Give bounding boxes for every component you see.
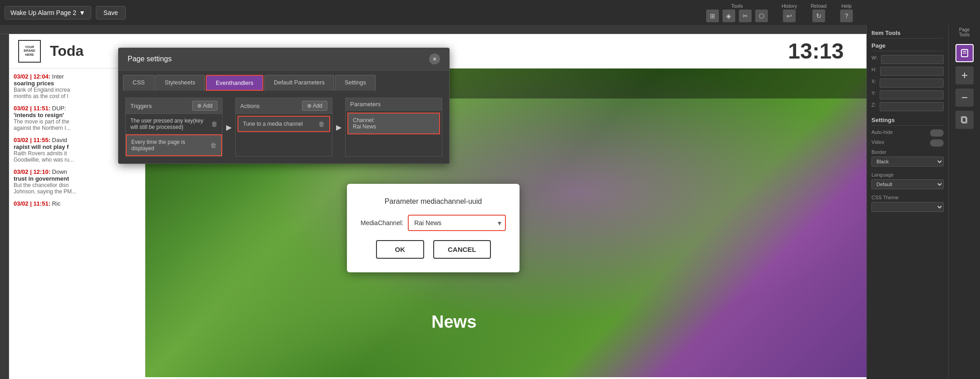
border-label: Border bbox=[871, 149, 944, 155]
reload-group: Reload ↻ bbox=[811, 3, 827, 22]
event-grid: Triggers ⊕ Add The user pressed any key(… bbox=[125, 98, 442, 157]
trigger-item-keypress[interactable]: The user pressed any key(key will still … bbox=[126, 114, 222, 134]
minus-button[interactable] bbox=[955, 89, 974, 107]
news-body: But the chancellor disnJohnson, saying t… bbox=[14, 182, 140, 195]
z-label: Z: bbox=[871, 102, 876, 109]
help-group: Help ? bbox=[840, 3, 853, 22]
media-channel-select[interactable]: Rai News BBC News CNN Al Jazeera bbox=[408, 215, 506, 231]
stack-icon[interactable]: ⬡ bbox=[755, 10, 768, 22]
news-item: 03/02 | 11:51: Ric bbox=[14, 200, 140, 207]
news-item: 03/02 | 12:10: Down trust in government … bbox=[14, 168, 140, 195]
trigger-keypress-delete[interactable]: 🗑 bbox=[211, 120, 218, 128]
dropdown-arrow-icon: ▼ bbox=[79, 9, 85, 16]
video-toggle[interactable] bbox=[930, 139, 944, 147]
param-mediachannel-dialog: Parameter mediachannel-uuid MediaChannel… bbox=[347, 184, 520, 272]
tools-group: Tools ⊞ ◈ ✂ ⬡ bbox=[706, 3, 768, 22]
news-title: trust in government bbox=[14, 175, 140, 182]
auto-hide-toggle[interactable] bbox=[930, 129, 944, 137]
actions-column: Actions ⊕ Add Tune to a media channel 🗑 bbox=[235, 98, 332, 157]
tab-css[interactable]: CSS bbox=[123, 75, 154, 91]
tab-stylesheets[interactable]: Stylesheets bbox=[155, 75, 205, 91]
copy-button[interactable] bbox=[955, 111, 974, 129]
reload-icon[interactable]: ↻ bbox=[812, 10, 825, 22]
triggers-column: Triggers ⊕ Add The user pressed any key(… bbox=[125, 98, 223, 157]
help-icon[interactable]: ? bbox=[840, 10, 853, 22]
page-settings-dialog: Page settings × CSS Stylesheets Eventhan… bbox=[118, 48, 450, 164]
y-input[interactable] bbox=[880, 90, 944, 99]
ruler-horizontal bbox=[0, 25, 866, 34]
language-label: Language bbox=[871, 172, 944, 177]
action-item-tune-media[interactable]: Tune to a media channel 🗑 bbox=[238, 116, 330, 132]
y-row: Y: bbox=[871, 90, 944, 99]
tab-settings[interactable]: Settings bbox=[335, 75, 376, 91]
language-select[interactable]: Default bbox=[871, 179, 944, 189]
x-row: X: bbox=[871, 79, 944, 88]
minus-icon bbox=[960, 93, 969, 102]
trigger-page-displayed-text: Every time the page is displayed bbox=[131, 139, 207, 152]
css-theme-select[interactable] bbox=[871, 202, 944, 212]
dialog-close-button[interactable]: × bbox=[429, 54, 440, 64]
actions-add-button[interactable]: ⊕ Add bbox=[302, 101, 327, 111]
add-element-icon bbox=[960, 71, 969, 80]
save-button[interactable]: Save bbox=[96, 6, 126, 20]
page-title-label: Wake Up Alarm Page 2 bbox=[10, 9, 76, 16]
css-theme-label: CSS Theme bbox=[871, 195, 944, 200]
x-input[interactable] bbox=[880, 79, 944, 88]
help-label: Help bbox=[841, 3, 852, 9]
tab-eventhandlers[interactable]: Eventhandlers bbox=[206, 75, 263, 91]
param-cancel-button[interactable]: CANCEL bbox=[433, 240, 491, 259]
copy-icon bbox=[960, 115, 969, 124]
width-input[interactable] bbox=[881, 55, 944, 64]
param-item-channel[interactable]: Channel:Rai News bbox=[347, 113, 440, 134]
page-section-title: Page bbox=[871, 42, 944, 51]
triggers-add-button[interactable]: ⊕ Add bbox=[192, 101, 218, 111]
tools-icons: ⊞ ◈ ✂ ⬡ bbox=[706, 10, 768, 22]
item-tools-section-title: Item Tools bbox=[871, 30, 944, 39]
triggers-header: Triggers ⊕ Add bbox=[126, 98, 222, 114]
scissors-icon[interactable]: ✂ bbox=[739, 10, 752, 22]
border-select[interactable]: Black bbox=[871, 157, 944, 167]
height-row: H: bbox=[871, 67, 944, 76]
param-dialog-title: Parameter mediachannel-uuid bbox=[361, 197, 506, 206]
add-element-button[interactable] bbox=[955, 66, 974, 84]
media-channel-label: MediaChannel: bbox=[361, 219, 403, 226]
actions-header: Actions ⊕ Add bbox=[236, 98, 332, 114]
parameters-column: Parameters Channel:Rai News bbox=[345, 98, 442, 157]
grid-icon[interactable]: ⊞ bbox=[706, 10, 719, 22]
param-dialog-row: MediaChannel: Rai News BBC News CNN Al J… bbox=[361, 215, 506, 231]
auto-hide-row: Auto-hide bbox=[871, 129, 944, 137]
param-ok-button[interactable]: OK bbox=[376, 240, 425, 259]
right-sidebar: PageTools bbox=[948, 0, 980, 379]
z-row: Z: bbox=[871, 102, 944, 111]
page-icon-button[interactable] bbox=[955, 44, 974, 62]
action-tune-delete[interactable]: 🗑 bbox=[318, 120, 325, 128]
width-row: W: bbox=[871, 55, 944, 64]
actions-to-params-arrow: ▶ bbox=[332, 98, 345, 157]
add-icon-actions: ⊕ bbox=[307, 103, 312, 109]
properties-panel: Item Tools Page W: H: X: Y: Z: Settings … bbox=[866, 25, 948, 379]
z-input[interactable] bbox=[880, 102, 944, 111]
height-input[interactable] bbox=[880, 67, 944, 76]
reload-label: Reload bbox=[811, 3, 827, 9]
header-time: 13:13 bbox=[788, 39, 844, 64]
dialog-tabs: CSS Stylesheets Eventhandlers Default Pa… bbox=[119, 70, 449, 91]
undo-icon[interactable]: ↩ bbox=[783, 10, 796, 22]
trigger-keypress-text: The user pressed any key(key will still … bbox=[130, 118, 208, 130]
tab-default-parameters[interactable]: Default Parameters bbox=[264, 75, 334, 91]
param-channel-text: Channel:Rai News bbox=[353, 117, 376, 130]
settings-section-title: Settings bbox=[871, 117, 944, 126]
history-group: History ↩ bbox=[782, 3, 797, 22]
trigger-page-displayed-delete[interactable]: 🗑 bbox=[210, 142, 217, 149]
page-title-button[interactable]: Wake Up Alarm Page 2 ▼ bbox=[5, 6, 91, 20]
trigger-item-page-displayed[interactable]: Every time the page is displayed 🗑 bbox=[126, 134, 222, 156]
triggers-to-actions-arrow: ▶ bbox=[223, 98, 235, 157]
layers-icon[interactable]: ◈ bbox=[723, 10, 735, 22]
x-label: X: bbox=[871, 79, 876, 86]
top-toolbar: Wake Up Alarm Page 2 ▼ Save Tools ⊞ ◈ ✂ … bbox=[0, 0, 980, 25]
triggers-label: Triggers bbox=[130, 103, 152, 109]
action-tune-text: Tune to a media channel bbox=[243, 121, 303, 127]
main-area: YOUR BRAND HERE Toda 13:13 03/02 | 12:04… bbox=[0, 25, 866, 379]
news-label: News bbox=[431, 312, 476, 332]
history-label: History bbox=[782, 3, 797, 9]
auto-hide-label: Auto-hide bbox=[871, 129, 893, 135]
